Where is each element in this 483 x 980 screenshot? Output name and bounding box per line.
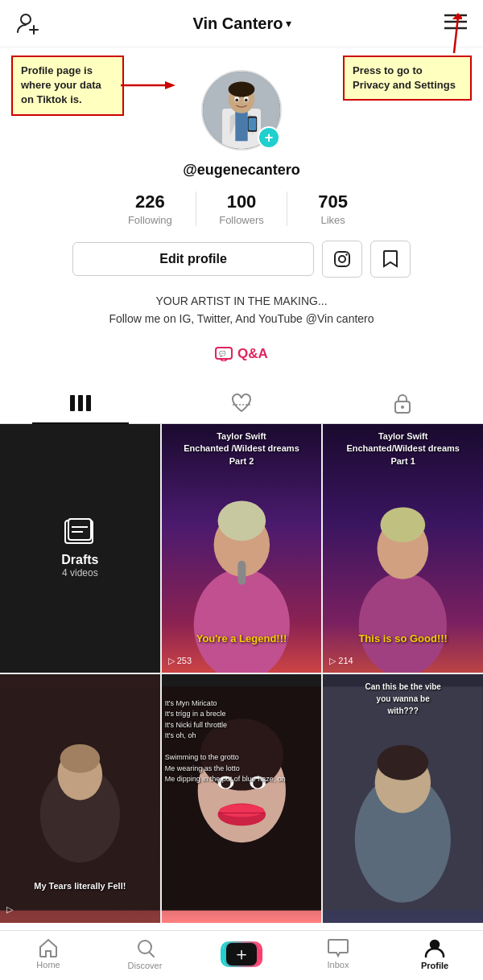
drafts-icon (64, 517, 96, 546)
username-title: Vin Cantero (193, 14, 283, 33)
lyrics-text: It's Myn MiricatoIt's trígg in a brecleI… (165, 698, 319, 785)
grid-icon (69, 394, 92, 412)
drafts-label: Drafts (61, 553, 98, 567)
profile-handle: @eugenecantero (183, 162, 300, 179)
add-video-button[interactable]: ＋ (223, 941, 260, 967)
stats-row: 226 Following 100 Followers 705 Likes (105, 191, 378, 226)
svg-point-0 (21, 14, 31, 24)
tab-videos[interactable] (0, 383, 161, 423)
annotation-privacy-settings: Press to go to Privacy and Settings (343, 56, 472, 101)
action-buttons: Edit profile (72, 241, 411, 278)
home-icon (38, 938, 59, 957)
bookmark-button[interactable] (370, 241, 411, 278)
tears-play: ▷ (6, 904, 13, 915)
drafts-sub: 4 videos (62, 567, 98, 579)
arrow-up-icon (430, 13, 462, 53)
video-bottom-text-taylor2: You're a Legend!!! (162, 632, 322, 644)
nav-inbox-label: Inbox (328, 960, 349, 970)
svg-point-25 (339, 256, 345, 262)
likes-label: Likes (321, 214, 345, 226)
content-tabs (0, 383, 483, 424)
qna-label: Q&A (237, 346, 268, 362)
video-bg-face: Can this be the vibeyou wanna bewith??? (323, 674, 483, 923)
svg-point-58 (219, 804, 264, 817)
video-cell-lyrics[interactable]: It's Myn MiricatoIt's trígg in a brecleI… (162, 674, 322, 923)
bottom-navigation: Home Discover ＋ Inbox Profile (0, 930, 483, 980)
video-title-taylor1: Taylor SwiftEnchanted/Wildest dreamsPart… (323, 430, 483, 467)
username-area[interactable]: Vin Cantero ▾ (193, 14, 292, 33)
nav-profile-label: Profile (421, 961, 448, 970)
lock-icon (394, 393, 411, 414)
add-photo-button[interactable]: + (258, 126, 280, 149)
top-navigation: Vin Cantero ▾ (0, 0, 483, 47)
svg-point-43 (359, 573, 447, 673)
svg-point-63 (378, 745, 429, 780)
nav-profile[interactable]: Profile (386, 937, 483, 970)
tab-private[interactable] (322, 383, 483, 423)
face-cell-text: Can this be the vibeyou wanna bewith??? (326, 681, 480, 717)
drafts-bg: Drafts 4 videos (0, 424, 160, 673)
svg-rect-31 (86, 395, 91, 411)
followers-label: Followers (219, 214, 264, 226)
svg-rect-15 (235, 110, 247, 141)
bookmark-icon (382, 249, 398, 269)
profile-avatar-wrapper: + (201, 70, 282, 150)
svg-rect-42 (237, 561, 246, 585)
add-user-button[interactable] (16, 11, 40, 35)
nav-discover[interactable]: Discover (97, 937, 193, 970)
video-cell-drafts[interactable]: Drafts 4 videos (0, 424, 160, 673)
annotation-profile-data: Profile page is where your data on Tikto… (11, 56, 124, 116)
video-cell-taylor2[interactable]: Taylor SwiftEnchanted /Wildest dreamsPar… (162, 424, 322, 673)
qna-button[interactable]: 💬 Q&A (215, 346, 268, 362)
instagram-button[interactable] (322, 241, 362, 278)
svg-rect-30 (78, 395, 83, 411)
svg-line-8 (454, 17, 458, 53)
video-bg-lyrics: It's Myn MiricatoIt's trígg in a brecleI… (162, 674, 322, 923)
video-grid: Drafts 4 videos Taylor SwiftEnchanted /W… (0, 424, 483, 923)
svg-rect-29 (70, 395, 75, 411)
nav-inbox[interactable]: Inbox (290, 938, 386, 970)
nav-home-label: Home (36, 960, 60, 970)
stat-following[interactable]: 226 Following (105, 191, 196, 226)
nav-home[interactable]: Home (0, 938, 97, 970)
edit-profile-button[interactable]: Edit profile (72, 242, 314, 276)
svg-marker-7 (165, 81, 175, 89)
svg-point-49 (60, 744, 100, 773)
inbox-icon (328, 938, 349, 957)
add-video-inner: ＋ (226, 943, 257, 966)
svg-rect-36 (68, 519, 91, 540)
qna-chat-icon: 💬 (215, 347, 233, 361)
profile-section: Profile page is where your data on Tikto… (0, 47, 483, 383)
nav-add[interactable]: ＋ (193, 941, 290, 967)
arrow-right-icon (121, 77, 177, 93)
svg-point-21 (245, 99, 248, 102)
svg-rect-23 (249, 118, 257, 130)
following-label: Following (128, 214, 172, 226)
dropdown-arrow: ▾ (286, 17, 291, 30)
svg-point-66 (431, 941, 439, 949)
video-bottom-text-taylor1: This is so Good!!! (323, 632, 483, 644)
video-cell-taylor1[interactable]: Taylor SwiftEnchanted/Wildest dreamsPart… (323, 424, 483, 673)
video-plays-taylor1: ▷214 (329, 656, 353, 666)
following-count: 226 (135, 191, 165, 212)
followers-count: 100 (227, 191, 257, 212)
heart-icon (230, 393, 253, 414)
stat-likes[interactable]: 705 Likes (287, 191, 378, 226)
stat-followers[interactable]: 100 Followers (196, 191, 288, 226)
tears-label: My Tears literally Fell! (0, 881, 160, 891)
video-cell-face[interactable]: Can this be the vibeyou wanna bewith??? (323, 674, 483, 923)
tab-liked[interactable] (161, 383, 322, 423)
svg-line-65 (150, 953, 154, 957)
svg-point-45 (381, 507, 426, 542)
instagram-icon (333, 250, 351, 268)
video-title-taylor2: Taylor SwiftEnchanted /Wildest dreamsPar… (162, 430, 322, 467)
video-bg-tears: My Tears literally Fell! ▷ (0, 674, 160, 923)
add-user-icon (16, 11, 40, 35)
bio-text: YOUR ARTIST IN THE MAKING...Follow me on… (109, 292, 374, 328)
video-cell-tears[interactable]: My Tears literally Fell! ▷ (0, 674, 160, 923)
svg-point-26 (345, 253, 347, 255)
likes-count: 705 (318, 191, 348, 212)
discover-icon (134, 937, 155, 958)
bio-section: YOUR ARTIST IN THE MAKING...Follow me on… (85, 292, 398, 328)
svg-point-64 (138, 941, 151, 953)
